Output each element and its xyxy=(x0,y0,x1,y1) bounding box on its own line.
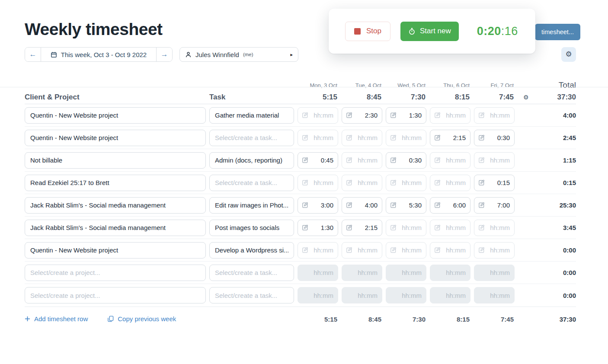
week-label: This week, Oct 3 - Oct 9 2022 xyxy=(61,51,147,58)
edit-pencil-icon xyxy=(302,202,308,208)
settings-button[interactable]: ⚙ xyxy=(561,47,576,62)
time-cell[interactable]: hh:mm xyxy=(430,107,470,124)
edit-pencil-icon xyxy=(390,179,397,186)
task-input[interactable] xyxy=(209,197,294,214)
time-cell[interactable]: hh:mm xyxy=(342,242,382,259)
right-arrow-icon: → xyxy=(161,50,168,59)
time-cell[interactable]: hh:mm xyxy=(298,130,338,146)
time-cell[interactable]: hh:mm xyxy=(386,175,426,191)
edit-pencil-icon xyxy=(346,112,352,118)
time-cell[interactable]: hh:mm xyxy=(342,175,382,191)
time-cell: hh:mm xyxy=(298,265,338,281)
client-project-column-header: Client & Project xyxy=(25,93,206,102)
project-input[interactable] xyxy=(25,265,206,281)
start-new-timer-button[interactable]: Start new xyxy=(400,22,459,41)
task-input[interactable] xyxy=(209,242,294,259)
project-input[interactable] xyxy=(25,152,206,169)
edit-pencil-icon xyxy=(390,157,397,163)
footer-day-total: 8:45 xyxy=(342,314,382,323)
time-cell[interactable]: hh:mm xyxy=(298,107,338,124)
time-cell[interactable]: hh:mm xyxy=(430,220,470,236)
table-header-dates: Mon, 3 Oct Tue, 4 Oct Wed, 5 Oct Thu, 6 … xyxy=(25,80,576,89)
edit-pencil-icon xyxy=(302,179,308,186)
time-cell[interactable]: 2:15 xyxy=(342,220,382,236)
week-picker-button[interactable]: This week, Oct 3 - Oct 9 2022 xyxy=(41,48,157,61)
time-cell[interactable]: hh:mm xyxy=(298,175,338,191)
time-cell[interactable]: 5:30 xyxy=(386,197,426,214)
row-total: 0:15 xyxy=(518,179,576,186)
day-total: 7:45 xyxy=(474,93,515,102)
person-select[interactable]: Jules Winnfield (me) ▸ xyxy=(179,47,298,62)
footer-day-total: 7:30 xyxy=(386,314,426,323)
edit-pencil-icon xyxy=(302,224,308,231)
time-cell[interactable]: hh:mm xyxy=(430,175,470,191)
project-input[interactable] xyxy=(25,107,206,124)
column-settings-gear-icon[interactable]: ⚙ xyxy=(523,94,529,100)
time-cell[interactable]: 1:30 xyxy=(298,220,338,236)
task-input[interactable] xyxy=(209,287,294,303)
edit-pencil-icon xyxy=(390,134,397,141)
time-cell[interactable]: 3:00 xyxy=(298,197,338,214)
time-cell[interactable]: 2:15 xyxy=(430,130,470,146)
plus-icon xyxy=(25,316,30,322)
row-total: 4:00 xyxy=(518,112,576,119)
project-input[interactable] xyxy=(25,130,206,146)
table-row: hh:mm hh:mm hh:mm 2:15 0:30 2:45 xyxy=(25,127,576,149)
time-cell[interactable]: hh:mm xyxy=(386,130,426,146)
time-cell[interactable]: hh:mm xyxy=(474,107,515,124)
time-cell[interactable]: hh:mm xyxy=(386,242,426,259)
edit-pencil-icon xyxy=(478,202,485,208)
previous-week-button[interactable]: ← xyxy=(25,48,41,61)
footer-day-total: 5:15 xyxy=(298,314,338,323)
time-cell[interactable]: hh:mm xyxy=(474,152,515,169)
time-cell[interactable]: 0:15 xyxy=(474,175,515,191)
time-cell[interactable]: hh:mm xyxy=(474,220,515,236)
edit-pencil-icon xyxy=(478,157,485,163)
time-cell[interactable]: hh:mm xyxy=(474,242,515,259)
time-cell[interactable]: 0:45 xyxy=(298,152,338,169)
time-cell[interactable]: 7:00 xyxy=(474,197,515,214)
next-week-button[interactable]: → xyxy=(157,48,172,61)
edit-pencil-icon xyxy=(434,134,441,141)
time-cell[interactable]: hh:mm xyxy=(342,152,382,169)
time-cell[interactable]: 2:30 xyxy=(342,107,382,124)
row-total: 0:00 xyxy=(518,246,576,254)
task-input[interactable] xyxy=(209,175,294,191)
timer-panel: Stop Start new 0:20:16 xyxy=(329,9,535,54)
time-cell[interactable]: 4:00 xyxy=(342,197,382,214)
time-cell[interactable]: hh:mm xyxy=(298,242,338,259)
day-date: Thu, 6 Oct xyxy=(430,82,470,89)
copy-icon xyxy=(108,316,114,322)
time-cell[interactable]: hh:mm xyxy=(430,152,470,169)
task-input[interactable] xyxy=(209,152,294,169)
project-input[interactable] xyxy=(25,242,206,259)
time-cell[interactable]: 6:00 xyxy=(430,197,470,214)
time-cell[interactable]: hh:mm xyxy=(386,220,426,236)
edit-pencil-icon xyxy=(346,202,352,208)
task-input[interactable] xyxy=(209,107,294,124)
task-input[interactable] xyxy=(209,220,294,236)
time-cell[interactable]: 1:30 xyxy=(386,107,426,124)
timer-hours-minutes: 0:20 xyxy=(477,25,501,38)
time-cell[interactable]: hh:mm xyxy=(342,130,382,146)
project-input[interactable] xyxy=(25,175,206,191)
time-cell[interactable]: 0:30 xyxy=(474,130,515,146)
timesheet-action-button[interactable]: timesheet... xyxy=(535,24,580,40)
time-cell: hh:mm xyxy=(386,287,426,303)
task-input[interactable] xyxy=(209,265,294,281)
copy-previous-week-button[interactable]: Copy previous week xyxy=(108,315,176,322)
stop-square-icon xyxy=(354,28,361,35)
add-timesheet-row-button[interactable]: Add timesheet row xyxy=(25,315,88,322)
stop-timer-button[interactable]: Stop xyxy=(345,22,390,41)
task-input[interactable] xyxy=(209,130,294,146)
table-row: 0:45 hh:mm 0:30 hh:mm hh:mm 1:15 xyxy=(25,149,576,172)
project-input[interactable] xyxy=(25,197,206,214)
time-cell: hh:mm xyxy=(342,265,382,281)
time-cell[interactable]: 0:30 xyxy=(386,152,426,169)
project-input[interactable] xyxy=(25,220,206,236)
table-row: hh:mm hh:mm hh:mm hh:mm hh:mm 0:00 xyxy=(25,284,576,307)
time-cell[interactable]: hh:mm xyxy=(430,242,470,259)
row-total: 25:30 xyxy=(518,201,576,209)
project-input[interactable] xyxy=(25,287,206,303)
day-total: 5:15 xyxy=(298,93,338,102)
